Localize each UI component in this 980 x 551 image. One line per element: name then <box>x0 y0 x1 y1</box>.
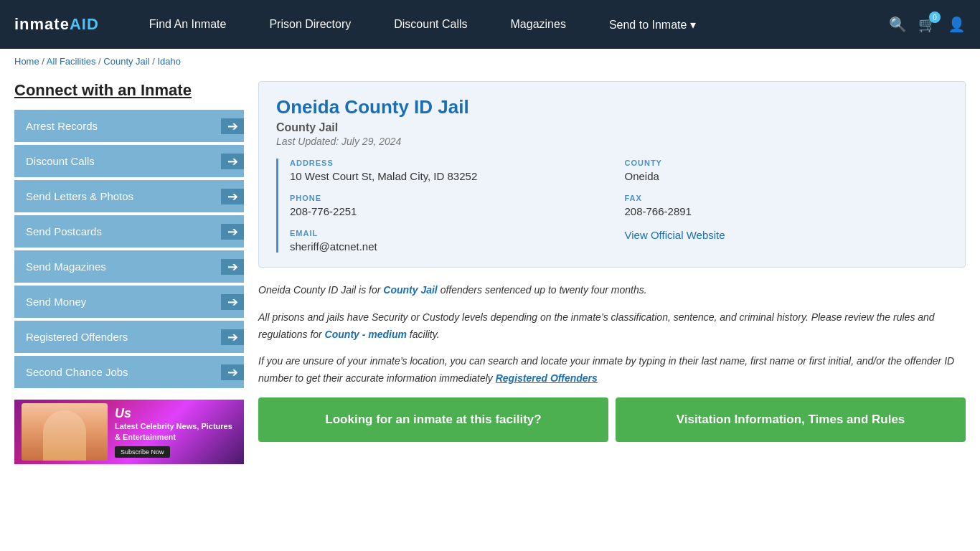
breadcrumb-home[interactable]: Home <box>14 56 39 67</box>
breadcrumb-state[interactable]: Idaho <box>157 56 181 67</box>
desc-para2-after: facility. <box>407 329 440 340</box>
sidebar-item-send-postcards[interactable]: Send Postcards ➔ <box>14 215 244 248</box>
logo-inmate: inmate <box>14 15 70 33</box>
ad-image <box>22 403 108 461</box>
chevron-right-icon: ➔ <box>221 259 244 275</box>
county-medium-link[interactable]: County - medium <box>325 329 407 340</box>
sidebar-item-label: Send Letters & Photos <box>26 190 133 202</box>
cart-badge: 0 <box>929 11 941 23</box>
breadcrumb: Home / All Facilities / County Jail / Id… <box>0 49 980 74</box>
facility-description: Oneida County ID Jail is for County Jail… <box>258 282 966 387</box>
navbar-icons: 🔍 🛒 0 👤 <box>889 16 966 33</box>
sidebar-menu: Arrest Records ➔ Discount Calls ➔ Send L… <box>14 110 244 388</box>
sidebar-item-registered-offenders[interactable]: Registered Offenders ➔ <box>14 321 244 353</box>
fax-label: FAX <box>625 194 948 202</box>
ad-person-image <box>22 403 108 461</box>
detail-county: COUNTY Oneida <box>625 159 948 182</box>
main-layout: Connect with an Inmate Arrest Records ➔ … <box>0 74 980 471</box>
visitation-info-button[interactable]: Visitation Information, Times and Rules <box>616 397 966 442</box>
chevron-right-icon: ➔ <box>221 294 244 310</box>
chevron-right-icon: ➔ <box>221 364 244 380</box>
sidebar-item-send-money[interactable]: Send Money ➔ <box>14 286 244 318</box>
desc-para3: If you are unsure of your inmate’s locat… <box>258 353 966 387</box>
sidebar-item-label: Send Money <box>26 296 86 308</box>
desc-para1-after: offenders sentenced up to twenty four mo… <box>438 284 647 296</box>
nav-magazines[interactable]: Magazines <box>489 0 588 49</box>
sidebar-item-discount-calls[interactable]: Discount Calls ➔ <box>14 145 244 177</box>
chevron-right-icon: ➔ <box>221 329 244 345</box>
sidebar-item-label: Send Magazines <box>26 260 106 273</box>
desc-para1-before: Oneida County ID Jail is for <box>258 284 383 296</box>
chevron-right-icon: ➔ <box>221 154 244 169</box>
facility-details: ADDRESS 10 West Court St, Malad City, ID… <box>276 159 948 253</box>
chevron-right-icon: ➔ <box>221 189 244 204</box>
detail-fax: FAX 208-766-2891 <box>625 194 948 217</box>
nav-send-to-inmate[interactable]: Send to Inmate ▾ <box>588 0 717 49</box>
county-label: COUNTY <box>625 159 948 167</box>
county-value: Oneida <box>625 170 948 182</box>
nav-find-inmate[interactable]: Find An Inmate <box>128 0 248 49</box>
address-label: ADDRESS <box>290 159 613 167</box>
ad-title: Latest Celebrity News, Pictures & Entert… <box>115 421 237 442</box>
ad-banner: Us Latest Celebrity News, Pictures & Ent… <box>14 400 244 464</box>
desc-para2: All prisons and jails have Security or C… <box>258 309 966 344</box>
ad-logo: Us <box>115 406 237 421</box>
bottom-buttons: Looking for an inmate at this facility? … <box>258 397 966 442</box>
nav-links: Find An Inmate Prison Directory Discount… <box>128 0 889 49</box>
sidebar-item-label: Arrest Records <box>26 120 98 132</box>
chevron-right-icon: ➔ <box>221 224 244 240</box>
search-icon[interactable]: 🔍 <box>889 16 907 33</box>
logo[interactable]: inmateAID <box>14 15 99 34</box>
chevron-right-icon: ➔ <box>221 118 244 134</box>
sidebar-item-send-magazines[interactable]: Send Magazines ➔ <box>14 250 244 283</box>
logo-aid: AID <box>70 15 99 33</box>
detail-website: View Official Website <box>625 229 948 253</box>
looking-for-inmate-button[interactable]: Looking for an inmate at this facility? <box>258 397 608 442</box>
sidebar-item-label: Send Postcards <box>26 225 102 237</box>
desc-para1: Oneida County ID Jail is for County Jail… <box>258 282 966 299</box>
desc-para3-before: If you are unsure of your inmate’s locat… <box>258 355 954 384</box>
email-label: EMAIL <box>290 229 613 237</box>
nav-prison-directory[interactable]: Prison Directory <box>248 0 372 49</box>
website-link[interactable]: View Official Website <box>625 229 725 241</box>
cart-icon[interactable]: 🛒 0 <box>918 16 936 33</box>
facility-type: County Jail <box>276 121 948 134</box>
detail-email: EMAIL sheriff@atcnet.net <box>290 229 613 253</box>
logo-text: inmateAID <box>14 15 99 34</box>
sidebar-item-arrest-records[interactable]: Arrest Records ➔ <box>14 110 244 142</box>
ad-content: Us Latest Celebrity News, Pictures & Ent… <box>108 406 237 458</box>
sidebar-item-label: Second Chance Jobs <box>26 366 128 378</box>
phone-value: 208-776-2251 <box>290 205 613 217</box>
sidebar-item-send-letters[interactable]: Send Letters & Photos ➔ <box>14 180 244 212</box>
navbar: inmateAID Find An Inmate Prison Director… <box>0 0 980 49</box>
detail-address: ADDRESS 10 West Court St, Malad City, ID… <box>290 159 613 182</box>
user-icon[interactable]: 👤 <box>948 16 966 33</box>
registered-offenders-link[interactable]: Registered Offenders <box>496 372 598 384</box>
fax-value: 208-766-2891 <box>625 205 948 217</box>
detail-phone: PHONE 208-776-2251 <box>290 194 613 217</box>
sidebar: Connect with an Inmate Arrest Records ➔ … <box>14 81 244 464</box>
facility-name: Oneida County ID Jail <box>276 96 948 118</box>
main-content: Oneida County ID Jail County Jail Last U… <box>258 81 966 464</box>
breadcrumb-county-jail[interactable]: County Jail <box>103 56 149 67</box>
county-jail-link[interactable]: County Jail <box>383 284 437 296</box>
phone-label: PHONE <box>290 194 613 202</box>
sidebar-item-second-chance-jobs[interactable]: Second Chance Jobs ➔ <box>14 356 244 388</box>
facility-card: Oneida County ID Jail County Jail Last U… <box>258 81 966 268</box>
facility-updated: Last Updated: July 29, 2024 <box>276 136 948 147</box>
breadcrumb-all-facilities[interactable]: All Facilities <box>47 56 96 67</box>
email-value: sheriff@atcnet.net <box>290 240 613 253</box>
sidebar-item-label: Discount Calls <box>26 155 95 167</box>
sidebar-title: Connect with an Inmate <box>14 81 244 100</box>
sidebar-item-label: Registered Offenders <box>26 331 128 343</box>
address-value: 10 West Court St, Malad City, ID 83252 <box>290 170 613 182</box>
nav-discount-calls[interactable]: Discount Calls <box>372 0 489 49</box>
ad-subscribe-button[interactable]: Subscribe Now <box>115 446 170 458</box>
